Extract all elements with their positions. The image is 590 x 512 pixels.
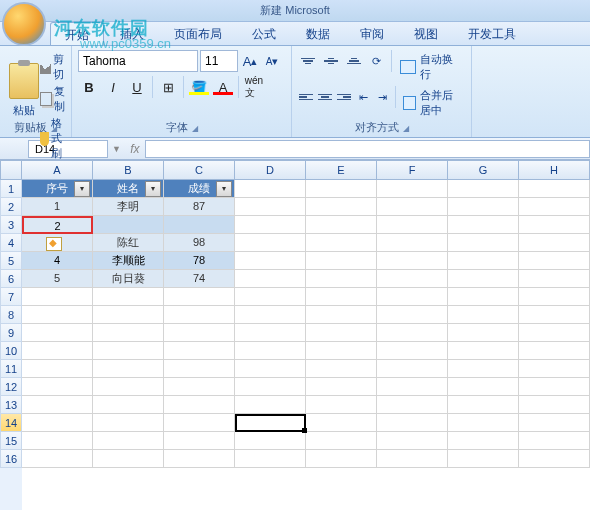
align-right-button[interactable] [336,86,353,108]
select-all-corner[interactable] [0,160,22,180]
shrink-font-button[interactable]: A▾ [262,50,282,72]
table-header[interactable]: 序号 [22,180,93,198]
row-header[interactable]: 15 [0,432,22,450]
cell[interactable] [164,450,235,468]
cell[interactable] [306,270,377,288]
cell[interactable] [377,450,448,468]
cell[interactable] [93,414,164,432]
cell[interactable] [519,180,590,198]
cell[interactable] [377,216,448,234]
row-header[interactable]: 9 [0,324,22,342]
cell[interactable] [22,306,93,324]
column-header[interactable]: C [164,160,235,180]
row-header[interactable]: 1 [0,180,22,198]
cell[interactable] [306,216,377,234]
copy-button[interactable]: 复制 [40,84,71,114]
merge-center-button[interactable]: 合并后居中 [399,86,465,120]
cell[interactable] [519,306,590,324]
fx-button[interactable]: fx [125,142,145,156]
row-header[interactable]: 8 [0,306,22,324]
cell[interactable] [93,216,164,234]
cell[interactable] [93,378,164,396]
cell[interactable] [377,414,448,432]
column-header[interactable]: A [22,160,93,180]
cut-button[interactable]: 剪切 [40,52,71,82]
cell[interactable] [377,360,448,378]
cell[interactable] [22,288,93,306]
cell[interactable] [93,306,164,324]
cell[interactable] [448,234,519,252]
underline-button[interactable]: U [126,76,148,98]
cell[interactable] [519,342,590,360]
decrease-indent-button[interactable]: ⇤ [355,86,372,108]
column-header[interactable]: D [235,160,306,180]
smart-tag-icon[interactable] [46,237,62,251]
cell[interactable] [519,324,590,342]
cell[interactable] [519,252,590,270]
cell[interactable] [377,270,448,288]
cell[interactable] [235,324,306,342]
cell[interactable] [93,324,164,342]
cell[interactable] [306,432,377,450]
font-size-input[interactable] [200,50,238,72]
cell[interactable]: 陈红 [93,234,164,252]
cell[interactable] [448,324,519,342]
cell[interactable] [93,288,164,306]
cell[interactable] [519,396,590,414]
cell[interactable] [377,324,448,342]
cell[interactable] [235,252,306,270]
table-header[interactable]: 成绩 [164,180,235,198]
orientation-button[interactable]: ⟳ [367,50,388,72]
cell[interactable] [164,288,235,306]
cell[interactable] [306,342,377,360]
cell[interactable] [377,432,448,450]
tab-formula[interactable]: 公式 [238,22,290,45]
row-header[interactable]: 7 [0,288,22,306]
cell[interactable] [519,234,590,252]
tab-data[interactable]: 数据 [292,22,344,45]
cell[interactable] [22,342,93,360]
font-color-button[interactable]: A [212,76,234,98]
align-top-button[interactable] [298,50,319,72]
cell[interactable] [519,432,590,450]
cell[interactable] [448,432,519,450]
cell[interactable] [448,450,519,468]
italic-button[interactable]: I [102,76,124,98]
cell[interactable] [22,360,93,378]
row-header[interactable]: 2 [0,198,22,216]
formula-bar[interactable] [145,140,590,158]
active-cell[interactable] [235,414,306,432]
cell[interactable] [519,378,590,396]
cell[interactable] [22,414,93,432]
cell[interactable] [377,180,448,198]
cell[interactable] [306,324,377,342]
column-header[interactable]: F [377,160,448,180]
bold-button[interactable]: B [78,76,100,98]
cell[interactable] [519,414,590,432]
cell[interactable] [306,198,377,216]
cell[interactable] [448,288,519,306]
cell[interactable]: 向日葵 [93,270,164,288]
cell[interactable] [306,180,377,198]
tab-view[interactable]: 视图 [400,22,452,45]
cell[interactable] [306,252,377,270]
cell[interactable] [306,288,377,306]
cell[interactable] [448,270,519,288]
cells-area[interactable]: 序号 姓名 成绩 1 李明 87 2 3 陈红 98 [22,180,590,468]
paste-button[interactable]: 粘贴 [6,50,42,118]
cell[interactable] [377,198,448,216]
row-header[interactable]: 3 [0,216,22,234]
row-header[interactable]: 14 [0,414,22,432]
cell[interactable] [93,342,164,360]
cell[interactable] [235,198,306,216]
cell[interactable] [519,198,590,216]
row-header[interactable]: 13 [0,396,22,414]
cell[interactable] [22,450,93,468]
cell[interactable] [235,396,306,414]
cell[interactable] [164,360,235,378]
tab-layout[interactable]: 页面布局 [160,22,236,45]
cell[interactable]: 1 [22,198,93,216]
cell[interactable] [164,396,235,414]
cell[interactable] [93,450,164,468]
cell[interactable] [164,414,235,432]
